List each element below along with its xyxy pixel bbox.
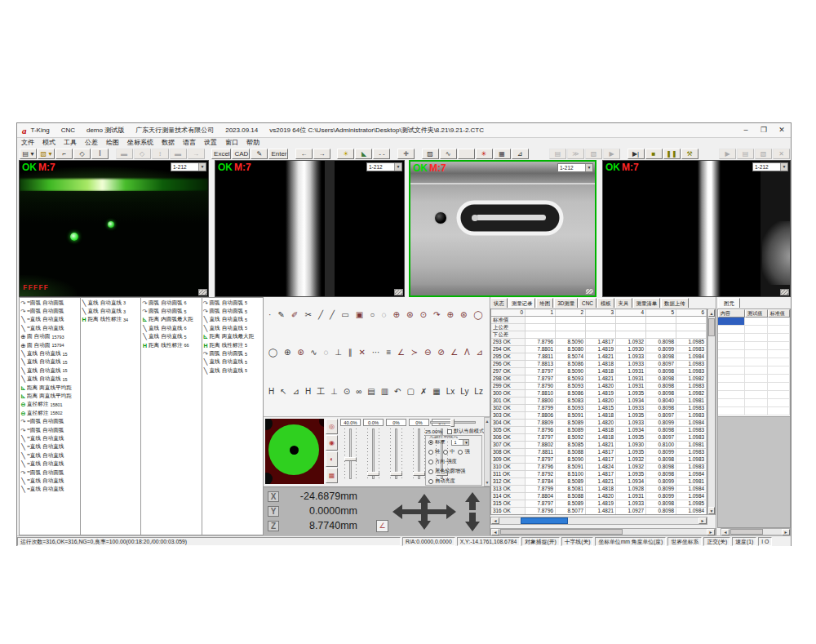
feature-list-item[interactable]: ╲直线自动直线5 [141, 333, 202, 341]
element-row[interactable] [718, 318, 790, 326]
tab-3D测量[interactable]: 3D测量 [554, 298, 578, 308]
palette-tool-icon[interactable]: ↶ [394, 387, 401, 397]
feature-list-item[interactable]: ╲直线自动直线5 [202, 316, 264, 324]
feature-list-item[interactable]: ╲***直线自动直线 [20, 451, 80, 460]
menu-item-文件[interactable]: 文件 [17, 138, 38, 147]
feature-list-item[interactable]: ↷***圆弧自动圆弧 [20, 417, 80, 425]
feature-list-item[interactable]: H距离线性标注34 [81, 316, 141, 324]
feature-list-item[interactable]: ╲直线自动直线3 [81, 307, 141, 315]
palette-tool-icon[interactable]: ↖ [280, 387, 286, 397]
pen-button[interactable]: ✎ [251, 149, 268, 159]
palette-tool-icon[interactable]: ∞ [356, 387, 361, 397]
palette-tool-icon[interactable]: ⋯ [372, 348, 380, 358]
feature-list-item[interactable]: ╲直线自动直线6 [141, 324, 202, 332]
slider-track[interactable] [349, 429, 352, 479]
palette-tool-icon[interactable]: ╱ [330, 310, 335, 320]
chevron-down-icon[interactable]: ▼ [394, 163, 401, 171]
palette-tool-icon[interactable]: ∥ [348, 348, 353, 358]
slider-thumb[interactable] [390, 472, 402, 476]
feature-list-item[interactable]: ╲***直线自动直线 [20, 324, 80, 332]
radio-button[interactable] [428, 460, 433, 464]
chevron-down-icon[interactable]: ▼ [463, 440, 468, 445]
palette-tool-icon[interactable]: ∠ [397, 348, 405, 358]
table-row[interactable]: 309 OK7.87978.50901.48171.09320.80981.09… [491, 456, 707, 464]
feature-list-item[interactable]: ╲直线自动直线15 [20, 366, 80, 375]
element-row[interactable] [718, 399, 790, 407]
palette-tool-icon[interactable]: ▤ [367, 387, 375, 397]
palette-tool-icon[interactable]: 工 [317, 387, 325, 397]
camera3-lens-select[interactable]: 1-212▼ [557, 163, 593, 172]
cad-button[interactable]: CAD [232, 149, 250, 159]
light-channel-button[interactable]: ◉ [326, 435, 338, 451]
chart-button[interactable]: ⊿ [512, 149, 529, 159]
table-row[interactable]: 315 OK7.87978.50891.48191.09330.80981.09… [491, 500, 707, 508]
radio-button[interactable] [458, 450, 463, 455]
feature-list-item[interactable]: ⊕圆自动圆15794 [20, 341, 80, 349]
palette-tool-icon[interactable]: ⊛ [460, 310, 467, 320]
scroll-right-icon[interactable]: ► [698, 517, 707, 524]
element-grid[interactable]: 内容测试值标准值 [717, 309, 791, 417]
grid-button[interactable]: ▦ [494, 149, 511, 159]
z-jog-arrows[interactable] [464, 492, 481, 531]
palette-tool-icon[interactable]: H [305, 387, 311, 397]
table-row[interactable]: 303 OK7.88068.50911.48181.09350.80971.09… [491, 412, 707, 420]
maximize-button[interactable]: ❐ [755, 124, 773, 137]
scroll-up-icon[interactable]: ▲ [485, 419, 490, 424]
menu-item-公差[interactable]: 公差 [81, 138, 102, 147]
palette-tool-icon[interactable]: ✂ [304, 310, 311, 320]
palette-tool-icon[interactable]: ▥ [381, 387, 388, 397]
feature-list-item[interactable]: ↷圆弧自动圆弧6 [141, 299, 202, 307]
slider-thumb[interactable] [344, 457, 357, 461]
feature-list-item[interactable]: ⊾距离两直线平均距 [20, 384, 80, 392]
probe-button[interactable]: ◇ [73, 149, 91, 159]
camera-view-4[interactable]: OKM:7 1-212▼ [602, 160, 791, 297]
zoom-button[interactable]: ✛ [397, 149, 415, 159]
palette-tool-icon[interactable]: ⊥ [330, 387, 338, 397]
diagonal-jog-button[interactable]: ∠ [376, 520, 388, 532]
element-row[interactable] [718, 334, 790, 342]
palette-tool-icon[interactable]: ⊕ [447, 310, 454, 320]
feature-list-item[interactable]: ⊾距离两直线平均距 [20, 392, 80, 400]
scrollbar-thumb[interactable] [708, 318, 715, 336]
excel-button[interactable]: Excel [211, 149, 231, 159]
open-button[interactable]: ▧ ▾ [38, 149, 55, 159]
palette-tool-icon[interactable]: · [268, 310, 271, 320]
palette-tool-icon[interactable]: Lz [474, 387, 483, 397]
table-row[interactable]: 293 OK7.87968.50901.48171.09320.80981.09… [491, 339, 707, 346]
radio-button[interactable] [428, 479, 433, 484]
palette-tool-icon[interactable]: ≻ [411, 348, 418, 358]
menu-item-模式[interactable]: 模式 [38, 138, 60, 147]
palette-tool-icon[interactable]: ⊙ [420, 310, 427, 320]
palette-tool-icon[interactable]: ⊖ [424, 348, 431, 358]
dash-button[interactable]: - - [373, 149, 390, 159]
tab-夹具[interactable]: 夹具 [615, 298, 632, 308]
palette-tool-icon[interactable]: ⊥ [335, 348, 342, 358]
palette-tool-icon[interactable]: ✗ [420, 387, 427, 397]
scroll-left-icon[interactable]: ◄ [721, 529, 730, 535]
palette-tool-icon[interactable]: ✕ [359, 348, 366, 358]
palette-tool-icon[interactable]: Λ [464, 348, 470, 358]
camera2-resize-grip[interactable] [394, 289, 403, 295]
tab-CNC[interactable]: CNC [579, 298, 596, 308]
radio-button[interactable] [428, 440, 433, 445]
light-button[interactable]: ☀ [337, 149, 354, 159]
radio-button[interactable] [443, 450, 448, 455]
light-channel-button[interactable]: ◎ [326, 419, 338, 434]
slider-thumb[interactable] [367, 472, 379, 476]
table-row[interactable]: 306 OK7.87978.50921.48181.09350.80971.09… [491, 434, 707, 442]
minimize-button[interactable]: – [737, 124, 755, 137]
palette-tool-icon[interactable]: ⊕ [284, 348, 290, 358]
scrollbar-thumb-blue[interactable] [521, 517, 568, 524]
feature-list-item[interactable]: ╲***直线自动直线 [20, 434, 80, 442]
feature-list-item[interactable]: ╲直线自动直线15 [20, 349, 80, 358]
menu-item-绘图[interactable]: 绘图 [102, 138, 123, 147]
palette-tool-icon[interactable]: ▦ [432, 387, 440, 397]
table-row[interactable]: 299 OK7.87908.50931.48201.09310.80981.09… [491, 383, 707, 390]
chevron-down-icon[interactable]: ▼ [585, 164, 592, 171]
feature-list-item[interactable]: ╲直线自动直线15 [20, 358, 80, 366]
feature-list-item[interactable]: ↷圆弧自动圆弧5 [202, 299, 264, 307]
palette-tool-icon[interactable]: ▢ [406, 387, 414, 397]
scroll-right-icon[interactable]: ► [707, 529, 715, 535]
feature-list-item[interactable]: ╲直线自动直线5 [202, 358, 264, 366]
element-row[interactable] [718, 366, 790, 375]
